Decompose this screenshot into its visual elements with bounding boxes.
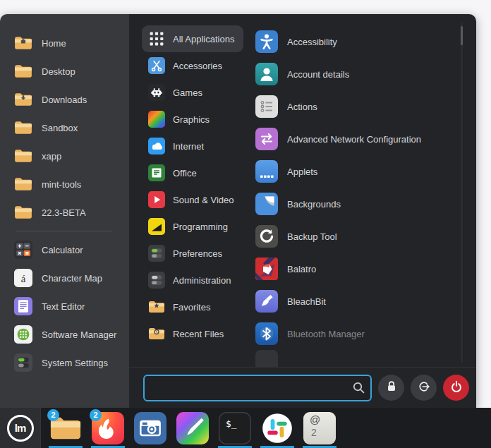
menu-button[interactable]: lm [0,408,40,448]
taskbar-item-screenshot[interactable] [133,411,167,445]
sidebar-item-character-map[interactable]: áCharacter Map [0,264,129,292]
power-icon [449,379,464,396]
sidebar-item-system-settings[interactable]: System Settings [0,349,129,377]
category-sound-video[interactable]: Sound & Video [142,186,243,213]
screenshot-icon [133,411,167,445]
system-settings-icon [14,353,32,372]
app-backup-tool[interactable]: Backup Tool [251,220,476,253]
app-bleachbit[interactable]: BleachBit [251,285,476,317]
grid-icon [148,30,165,47]
sidebar-place-downloads[interactable]: Downloads [0,85,129,114]
label: Software Manager [42,329,116,340]
label: Calculator [42,245,83,255]
sidebar-item-text-editor[interactable]: Text Editor [0,292,129,320]
sidebar-places-list: HomeDesktopDownloadsSandboxxappmint-tool… [0,29,129,226]
notification-badge: 2 [90,409,102,421]
at-symbol: @ [310,413,320,425]
category-games[interactable]: Games [142,79,212,106]
category-graphics[interactable]: Graphics [142,106,219,133]
taskbar-item-firefox[interactable]: 2 [91,411,125,445]
open-window-indicator [303,446,337,448]
search-input[interactable] [143,375,372,401]
label: All Applications [173,34,234,44]
software-manager-icon [14,325,32,344]
app-list-scrollbar[interactable] [461,23,463,363]
folder-icon [14,147,32,165]
balatro-icon [255,258,278,280]
label: Character Map [42,273,102,284]
folder-home-icon [14,34,32,52]
label: Graphics [173,114,210,125]
menu-main: All ApplicationsAccessoriesGamesGraphics… [129,14,476,408]
sidebar-place-home[interactable]: Home [0,29,129,57]
category-office[interactable]: Office [142,159,206,186]
category-favorites[interactable]: Favorites [142,293,219,320]
app-balatro[interactable]: Balatro [251,253,476,285]
label: Home [42,38,66,49]
taskbar-item-files[interactable]: 2 [49,411,83,445]
preferences-icon [148,245,165,262]
label: Text Editor [42,301,85,312]
open-window-indicator [218,446,252,448]
notification-badge: 2 [47,409,59,421]
app-advanced-network-configuration[interactable]: Advanced Network Configuration [251,123,476,155]
sidebar-place-sandbox[interactable]: Sandbox [0,114,129,142]
category-recent-files[interactable]: Recent Files [142,320,233,347]
folder-favorites-icon [148,298,165,315]
category-administration[interactable]: Administration [142,267,240,293]
mint-logo-icon: lm [7,415,34,442]
app-actions[interactable]: Actions [251,90,476,123]
app-account-details[interactable]: Account details [251,58,476,90]
mail-at-icon: @2 [303,411,337,445]
sidebar-place-mint-tools[interactable]: mint-tools [0,170,129,198]
sidebar-place-desktop[interactable]: Desktop [0,57,129,85]
actions-icon [255,95,278,118]
sidebar-item-calculator[interactable]: Calculator [0,236,129,264]
logout-button[interactable] [411,375,437,401]
label: Recent Files [173,329,224,339]
programming-icon [148,218,165,235]
taskbar-item-messages[interactable]: @2 [303,411,337,445]
open-window-indicator [91,446,125,448]
lock-button[interactable] [378,375,404,401]
folder-icon [14,62,32,80]
clipped-app-icon [255,350,278,367]
character-map-icon: á [14,269,32,287]
sidebar-place-xapp[interactable]: xapp [0,142,129,170]
app-accessibility[interactable]: Accessibility [251,25,476,58]
sidebar-place-22-3-beta[interactable]: 22.3-BETA [0,198,129,226]
sidebar-item-software-manager[interactable]: Software Manager [0,320,129,349]
taskbar-item-drawing[interactable] [176,411,210,445]
games-icon [148,84,165,101]
label: Backup Tool [287,231,337,242]
power-button[interactable] [443,375,469,401]
label: Accessibility [287,37,337,47]
taskbar-item-terminal[interactable]: $_ [218,411,252,445]
app-backgrounds[interactable]: Backgrounds [251,188,476,220]
label: Account details [287,69,349,80]
label: Accessories [173,61,222,71]
category-accessories[interactable]: Accessories [142,52,231,79]
category-internet[interactable]: Internet [142,133,213,159]
sidebar-apps-list: CalculatoráCharacter MapText EditorSoftw… [0,236,129,377]
app-bluetooth-manager[interactable]: Bluetooth Manager [251,317,476,350]
applets-icon [255,160,278,183]
label: Backgrounds [287,199,341,210]
advanced-network-icon [255,128,278,150]
taskbar-item-slack[interactable] [260,411,294,445]
scrollbar-thumb[interactable] [461,26,463,45]
graphics-icon [148,111,165,128]
app-applets[interactable]: Applets [251,155,476,188]
desktop: HomeDesktopDownloadsSandboxxappmint-tool… [0,0,491,448]
category-programming[interactable]: Programming [142,213,237,240]
administration-icon [148,272,165,289]
category-preferences[interactable]: Preferences [142,240,231,267]
label: Favorites [173,302,210,313]
open-window-indicator [49,446,83,448]
backup-tool-icon [255,225,278,248]
category-all-applications[interactable]: All Applications [142,25,243,52]
menu-footer [129,367,476,408]
svg-text:á: á [21,273,26,284]
accessibility-icon [255,30,278,53]
label: Sandbox [42,123,78,133]
